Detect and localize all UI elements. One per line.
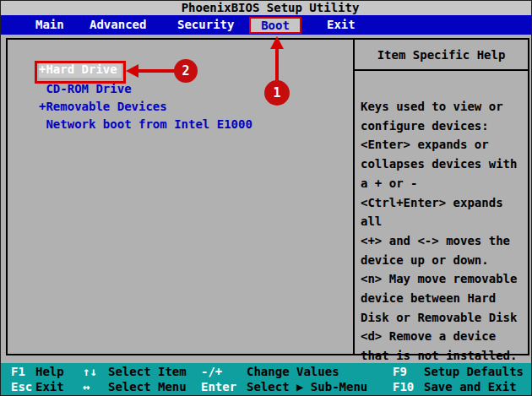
tab-boot-selected[interactable]: Boot — [251, 19, 300, 32]
help-line: Disk or Removable Disk — [361, 308, 524, 328]
help-line: device up or down. — [361, 251, 524, 270]
menu-bar: Main Advanced Security Boot Exit — [1, 15, 531, 35]
key-minus-plus-label: Change Values — [247, 365, 339, 378]
key-minus-plus: -/+ — [201, 365, 222, 378]
help-line: all — [361, 212, 524, 231]
boot-item-removable-devices[interactable]: +Removable Devices — [39, 100, 167, 116]
help-line: configure devices: — [361, 117, 524, 136]
help-line: <d> Remove a device — [361, 327, 524, 346]
key-f1: F1 — [11, 365, 25, 378]
key-f10: F10 — [393, 380, 414, 393]
help-line: <+> and <-> moves the — [361, 231, 524, 251]
help-line: device between Hard — [361, 289, 524, 308]
key-f1-label: Help — [35, 365, 64, 378]
tab-advanced[interactable]: Advanced — [90, 15, 146, 35]
annotation-box-boot-tab: Boot — [249, 17, 301, 34]
tab-main[interactable]: Main — [35, 15, 64, 35]
key-esc-label: Exit — [35, 380, 64, 393]
tab-exit[interactable]: Exit — [327, 15, 356, 35]
key-leftright-label: Select Menu — [108, 380, 187, 393]
help-panel-text: Keys used to view or configure devices: … — [355, 71, 528, 366]
tab-security[interactable]: Security — [177, 15, 234, 35]
key-f9-label: Setup Defaults — [424, 365, 524, 378]
arrow-up-icon — [275, 48, 279, 82]
arrow-left-head-icon — [126, 64, 138, 78]
arrow-left-icon — [138, 69, 176, 73]
key-updown-label: Select Item — [108, 365, 187, 378]
bios-setup-screen: PhoenixBIOS Setup Utility Main Advanced … — [0, 0, 532, 396]
help-panel-title: Item Specific Help — [355, 40, 528, 71]
help-line: <Ctrl+Enter> expands — [361, 193, 524, 213]
key-enter: Enter — [201, 380, 236, 393]
annotation-box-hard-drive — [35, 61, 126, 84]
help-line: a + or - — [361, 174, 524, 193]
boot-item-network-boot[interactable]: Network boot from Intel E1000 — [39, 117, 252, 133]
help-line: <n> May move removable — [361, 269, 524, 289]
key-legend-bar: F1 Help ↑↓ Select Item -/+ Change Values… — [1, 363, 531, 395]
key-f9: F9 — [393, 365, 407, 378]
help-line: <Enter> expands or — [361, 135, 524, 155]
boot-item-cdrom-drive[interactable]: CD-ROM Drive — [39, 82, 132, 98]
key-updown-arrows-icon: ↑↓ — [83, 365, 97, 378]
key-esc: Esc — [11, 380, 32, 393]
help-line: Keys used to view or — [361, 97, 524, 117]
annotation-step-2-badge: 2 — [174, 59, 198, 83]
key-f10-label: Save and Exit — [424, 380, 517, 393]
arrow-up-head-icon — [270, 36, 284, 49]
page-title: PhoenixBIOS Setup Utility — [1, 1, 531, 15]
annotation-step-1-badge: 1 — [264, 80, 290, 106]
key-leftright-arrows-icon: ↔ — [83, 380, 90, 393]
item-specific-help-panel: Item Specific Help Keys used to view or … — [353, 40, 528, 354]
key-enter-label: Select ▶ Sub-Menu — [247, 380, 367, 393]
help-line: collapses devices with — [361, 155, 524, 174]
